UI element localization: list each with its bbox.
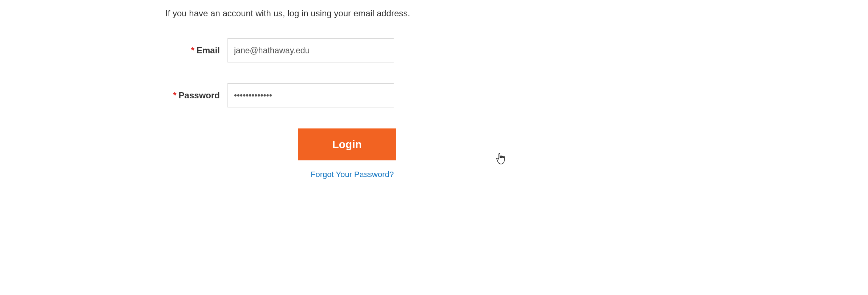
password-field[interactable] <box>227 83 394 107</box>
password-row: *Password <box>165 83 420 107</box>
login-button[interactable]: Login <box>298 128 396 160</box>
required-asterisk-icon: * <box>191 45 194 55</box>
password-label: *Password <box>165 90 227 101</box>
email-label-text: Email <box>197 45 220 55</box>
login-form: If you have an account with us, log in u… <box>165 7 420 179</box>
cursor-pointer-icon <box>496 153 506 166</box>
forgot-password-row: Forgot Your Password? <box>311 170 420 179</box>
email-label: *Email <box>165 45 227 56</box>
password-label-text: Password <box>179 90 220 100</box>
required-asterisk-icon: * <box>173 90 176 100</box>
forgot-password-link[interactable]: Forgot Your Password? <box>311 170 394 179</box>
intro-text: If you have an account with us, log in u… <box>165 7 420 20</box>
login-button-row: Login <box>298 128 420 160</box>
email-field[interactable] <box>227 38 394 62</box>
email-row: *Email <box>165 38 420 62</box>
